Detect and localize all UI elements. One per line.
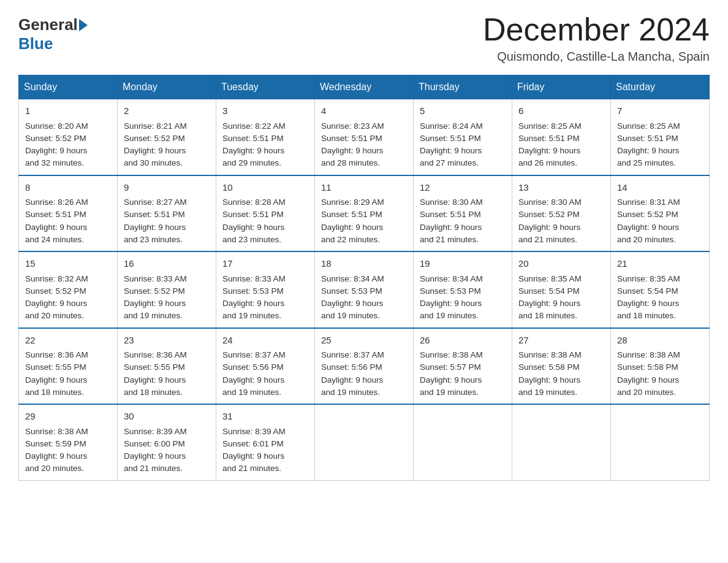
calendar-cell: 18Sunrise: 8:34 AMSunset: 5:53 PMDayligh… xyxy=(315,251,414,328)
daylight-text: Daylight: 9 hours xyxy=(222,223,284,232)
day-number: 25 xyxy=(321,334,407,348)
sunrise-text: Sunrise: 8:23 AM xyxy=(321,121,384,131)
sunrise-text: Sunrise: 8:38 AM xyxy=(420,350,483,359)
sunrise-text: Sunrise: 8:20 AM xyxy=(25,121,88,131)
calendar-cell: 20Sunrise: 8:35 AMSunset: 5:54 PMDayligh… xyxy=(512,251,611,328)
calendar-cell: 10Sunrise: 8:28 AMSunset: 5:51 PMDayligh… xyxy=(216,175,315,252)
sunset-text: Sunset: 5:51 PM xyxy=(617,134,678,143)
calendar-cell: 2Sunrise: 8:21 AMSunset: 5:52 PMDaylight… xyxy=(118,99,216,175)
sunrise-text: Sunrise: 8:32 AM xyxy=(25,274,88,283)
day-number: 19 xyxy=(420,257,506,271)
day-number: 16 xyxy=(124,257,210,271)
calendar-cell: 21Sunrise: 8:35 AMSunset: 5:54 PMDayligh… xyxy=(611,251,710,328)
calendar-cell: 6Sunrise: 8:25 AMSunset: 5:51 PMDaylight… xyxy=(512,99,611,175)
calendar-table: SundayMondayTuesdayWednesdayThursdayFrid… xyxy=(18,75,710,481)
sunset-text: Sunset: 5:52 PM xyxy=(617,210,678,219)
daylight-text2: and 19 minutes. xyxy=(222,311,281,320)
daylight-text: Daylight: 9 hours xyxy=(222,299,284,308)
daylight-text2: and 19 minutes. xyxy=(124,311,183,320)
calendar-cell: 3Sunrise: 8:22 AMSunset: 5:51 PMDaylight… xyxy=(216,99,315,175)
daylight-text: Daylight: 9 hours xyxy=(321,146,383,155)
daylight-text: Daylight: 9 hours xyxy=(617,223,679,232)
daylight-text2: and 19 minutes. xyxy=(420,311,479,320)
daylight-text: Daylight: 9 hours xyxy=(518,299,580,308)
daylight-text: Daylight: 9 hours xyxy=(222,451,284,461)
day-number: 6 xyxy=(518,104,604,118)
weekday-header-saturday: Saturday xyxy=(611,75,710,99)
day-number: 15 xyxy=(25,257,111,271)
daylight-text2: and 19 minutes. xyxy=(518,388,577,397)
sunrise-text: Sunrise: 8:25 AM xyxy=(617,121,680,131)
sunrise-text: Sunrise: 8:38 AM xyxy=(617,350,680,359)
daylight-text: Daylight: 9 hours xyxy=(617,299,679,308)
calendar-cell: 23Sunrise: 8:36 AMSunset: 5:55 PMDayligh… xyxy=(118,328,216,405)
day-number: 4 xyxy=(321,104,407,118)
sunrise-text: Sunrise: 8:22 AM xyxy=(222,121,286,131)
daylight-text2: and 29 minutes. xyxy=(222,158,281,167)
day-number: 30 xyxy=(124,410,210,424)
calendar-cell: 16Sunrise: 8:33 AMSunset: 5:52 PMDayligh… xyxy=(118,251,216,328)
daylight-text2: and 20 minutes. xyxy=(617,388,676,397)
day-number: 18 xyxy=(321,257,407,271)
sunset-text: Sunset: 5:51 PM xyxy=(420,134,481,143)
daylight-text: Daylight: 9 hours xyxy=(25,451,87,461)
title-area: December 2024 Quismondo, Castille-La Man… xyxy=(483,12,710,64)
day-number: 11 xyxy=(321,181,407,195)
sunrise-text: Sunrise: 8:26 AM xyxy=(25,197,88,207)
calendar-cell: 19Sunrise: 8:34 AMSunset: 5:53 PMDayligh… xyxy=(414,251,512,328)
sunset-text: Sunset: 5:52 PM xyxy=(25,286,86,296)
sunrise-text: Sunrise: 8:31 AM xyxy=(617,197,680,207)
weekday-header-sunday: Sunday xyxy=(19,75,118,99)
day-number: 31 xyxy=(222,410,308,424)
day-number: 29 xyxy=(25,410,111,424)
day-number: 17 xyxy=(222,257,308,271)
daylight-text: Daylight: 9 hours xyxy=(124,223,186,232)
calendar-week-row: 29Sunrise: 8:38 AMSunset: 5:59 PMDayligh… xyxy=(19,404,710,480)
daylight-text2: and 19 minutes. xyxy=(321,388,380,397)
daylight-text: Daylight: 9 hours xyxy=(25,223,87,232)
sunrise-text: Sunrise: 8:36 AM xyxy=(25,350,88,359)
day-number: 5 xyxy=(420,104,506,118)
daylight-text2: and 18 minutes. xyxy=(518,311,577,320)
logo-general-text: General xyxy=(18,15,78,34)
daylight-text: Daylight: 9 hours xyxy=(518,375,580,385)
daylight-text2: and 20 minutes. xyxy=(25,311,84,320)
calendar-cell: 28Sunrise: 8:38 AMSunset: 5:58 PMDayligh… xyxy=(611,328,710,405)
logo: General Blue xyxy=(18,12,89,53)
calendar-cell: 1Sunrise: 8:20 AMSunset: 5:52 PMDaylight… xyxy=(19,99,118,175)
day-number: 20 xyxy=(518,257,604,271)
calendar-cell: 4Sunrise: 8:23 AMSunset: 5:51 PMDaylight… xyxy=(315,99,414,175)
sunrise-text: Sunrise: 8:33 AM xyxy=(222,274,286,283)
sunrise-text: Sunrise: 8:30 AM xyxy=(420,197,483,207)
calendar-cell: 9Sunrise: 8:27 AMSunset: 5:51 PMDaylight… xyxy=(118,175,216,252)
calendar-cell: 24Sunrise: 8:37 AMSunset: 5:56 PMDayligh… xyxy=(216,328,315,405)
calendar-cell: 8Sunrise: 8:26 AMSunset: 5:51 PMDaylight… xyxy=(19,175,118,252)
day-number: 26 xyxy=(420,334,506,348)
sunrise-text: Sunrise: 8:21 AM xyxy=(124,121,187,131)
daylight-text: Daylight: 9 hours xyxy=(124,299,186,308)
daylight-text: Daylight: 9 hours xyxy=(617,146,679,155)
sunrise-text: Sunrise: 8:28 AM xyxy=(222,197,286,207)
daylight-text2: and 21 minutes. xyxy=(420,235,479,244)
calendar-cell xyxy=(512,404,611,480)
sunset-text: Sunset: 5:51 PM xyxy=(222,210,284,219)
daylight-text2: and 26 minutes. xyxy=(518,158,577,167)
sunrise-text: Sunrise: 8:25 AM xyxy=(518,121,582,131)
daylight-text: Daylight: 9 hours xyxy=(222,375,284,385)
daylight-text: Daylight: 9 hours xyxy=(617,375,679,385)
calendar-cell: 22Sunrise: 8:36 AMSunset: 5:55 PMDayligh… xyxy=(19,328,118,405)
calendar-cell: 11Sunrise: 8:29 AMSunset: 5:51 PMDayligh… xyxy=(315,175,414,252)
sunset-text: Sunset: 5:54 PM xyxy=(518,286,580,296)
calendar-cell xyxy=(611,404,710,480)
daylight-text2: and 19 minutes. xyxy=(420,388,479,397)
daylight-text2: and 19 minutes. xyxy=(222,388,281,397)
calendar-cell: 17Sunrise: 8:33 AMSunset: 5:53 PMDayligh… xyxy=(216,251,315,328)
daylight-text: Daylight: 9 hours xyxy=(124,146,186,155)
sunset-text: Sunset: 5:51 PM xyxy=(420,210,481,219)
daylight-text: Daylight: 9 hours xyxy=(420,375,482,385)
calendar-cell: 29Sunrise: 8:38 AMSunset: 5:59 PMDayligh… xyxy=(19,404,118,480)
month-title: December 2024 xyxy=(483,12,710,47)
calendar-cell: 26Sunrise: 8:38 AMSunset: 5:57 PMDayligh… xyxy=(414,328,512,405)
daylight-text: Daylight: 9 hours xyxy=(321,299,383,308)
calendar-cell: 12Sunrise: 8:30 AMSunset: 5:51 PMDayligh… xyxy=(414,175,512,252)
